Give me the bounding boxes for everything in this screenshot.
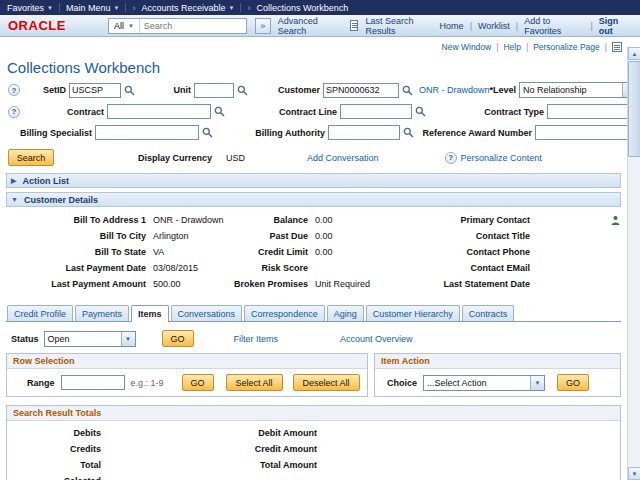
contract-type-field-group: Contract Type xyxy=(426,104,627,119)
status-go-button[interactable]: GO xyxy=(162,330,194,347)
chevron-down-icon: ▼ xyxy=(128,23,134,29)
contract-line-field-group: Contract Line xyxy=(251,104,426,119)
copy-url-icon[interactable] xyxy=(612,42,622,52)
customer-input[interactable] xyxy=(323,83,399,98)
billing-authority-input[interactable] xyxy=(328,125,400,140)
row-selection-title: Row Selection xyxy=(7,354,367,369)
chevron-down-icon: ▼ xyxy=(530,376,544,390)
unit-input[interactable] xyxy=(194,83,234,98)
account-overview-link[interactable]: Account Overview xyxy=(340,334,413,344)
collapse-arrow-icon[interactable]: ▼ xyxy=(11,196,18,203)
detail-value: Unit Required xyxy=(308,279,406,289)
tab-customer-hierarchy[interactable]: Customer Hierarchy xyxy=(366,305,460,321)
range-label: Range xyxy=(27,378,55,388)
range-go-button[interactable]: GO xyxy=(182,374,214,391)
search-submit-button[interactable]: » xyxy=(255,18,271,34)
item-action-go-button[interactable]: GO xyxy=(557,374,589,391)
tab-payments[interactable]: Payments xyxy=(75,305,129,321)
setid-input[interactable] xyxy=(69,83,121,98)
reference-award-input[interactable] xyxy=(535,125,627,140)
tab-credit-profile[interactable]: Credit Profile xyxy=(7,305,73,321)
breadcrumb-divider xyxy=(240,3,241,12)
scrollbar-thumb[interactable] xyxy=(628,61,640,157)
contract-type-label: Contract Type xyxy=(426,107,544,117)
search-scope-dropdown[interactable]: All ▼ xyxy=(109,19,140,33)
search-input[interactable] xyxy=(140,19,246,33)
new-window-link[interactable]: New Window xyxy=(442,42,492,52)
totals-label: Debits xyxy=(13,428,101,438)
totals-label: Selected xyxy=(13,476,101,480)
vertical-scrollbar[interactable]: ▲ ▼ xyxy=(627,47,640,480)
tab-conversations[interactable]: Conversations xyxy=(171,305,243,321)
breadcrumb-current-page: Collections Workbench xyxy=(256,3,348,13)
tab-contracts[interactable]: Contracts xyxy=(462,305,515,321)
detail-label: Contact Title xyxy=(406,231,530,241)
search-scope-value: All xyxy=(114,21,124,31)
help-icon[interactable]: ? xyxy=(8,106,20,118)
level-select[interactable]: No Relationship ▼ xyxy=(519,82,627,98)
personalize-content-link[interactable]: Personalize Content xyxy=(461,153,542,163)
scroll-down-icon[interactable]: ▼ xyxy=(628,467,640,480)
billing-specialist-input[interactable] xyxy=(95,125,199,140)
last-search-results-link[interactable]: Last Search Results xyxy=(365,16,439,36)
worklist-link[interactable]: Worklist xyxy=(478,21,510,31)
detail-label: Bill To State xyxy=(6,247,146,257)
scroll-up-icon[interactable]: ▲ xyxy=(628,47,640,60)
sign-out-link[interactable]: Sign out xyxy=(599,16,632,36)
customer-name-link[interactable]: ONR - Drawdown xyxy=(419,85,490,95)
lookup-magnifier-icon[interactable] xyxy=(214,106,225,117)
reference-award-label: Reference Award Number xyxy=(414,128,532,138)
lookup-magnifier-icon[interactable] xyxy=(237,85,248,96)
setid-field-group: SetID xyxy=(24,83,135,98)
customer-label: Customer xyxy=(268,85,320,95)
advanced-search-link[interactable]: Advanced Search xyxy=(278,16,343,36)
expand-arrow-icon[interactable]: ▶ xyxy=(11,177,16,185)
primary-contact-icon[interactable] xyxy=(610,215,621,226)
item-action-body: Choice ...Select Action ▼ GO xyxy=(375,369,620,396)
tab-correspondence[interactable]: Correspondence xyxy=(244,305,325,321)
display-currency-label: Display Currency xyxy=(138,153,212,163)
item-action-title: Item Action xyxy=(375,354,620,369)
choice-select[interactable]: ...Select Action ▼ xyxy=(423,375,545,391)
customer-details-title: Customer Details xyxy=(24,195,98,205)
customer-details-row: Bill To City Arlington Past Due 0.00 Con… xyxy=(6,228,621,244)
breadcrumb-accounts-receivable[interactable]: Accounts Receivable ▼ xyxy=(141,3,234,13)
action-list-section-header[interactable]: ▶ Action List xyxy=(6,173,621,188)
help-icon[interactable]: ? xyxy=(8,84,20,96)
home-link[interactable]: Home xyxy=(440,21,464,31)
detail-label: Last Payment Date xyxy=(6,263,146,273)
workbench-tabs: Credit Profile Payments Items Conversati… xyxy=(6,305,621,322)
header-bar: ORACLE All ▼ » Advanced Search Last Sear… xyxy=(0,15,640,37)
filter-items-link[interactable]: Filter Items xyxy=(234,334,279,344)
add-conversation-link[interactable]: Add Conversation xyxy=(307,153,379,163)
lookup-magnifier-icon[interactable] xyxy=(415,106,426,117)
status-select[interactable]: Open ▼ xyxy=(44,331,136,347)
deselect-all-button[interactable]: Deselect All xyxy=(293,374,360,391)
customer-details-section-header[interactable]: ▼ Customer Details xyxy=(6,192,621,207)
search-result-totals-title: Search Result Totals xyxy=(7,406,620,421)
select-all-button[interactable]: Select All xyxy=(226,374,283,391)
range-input[interactable] xyxy=(61,375,125,390)
search-button[interactable]: Search xyxy=(8,149,54,166)
breadcrumb-favorites[interactable]: Favorites ▼ xyxy=(7,3,53,13)
contract-type-input[interactable] xyxy=(547,104,627,119)
lookup-magnifier-icon[interactable] xyxy=(124,85,135,96)
tab-items[interactable]: Items xyxy=(131,305,169,322)
lookup-magnifier-icon[interactable] xyxy=(403,127,414,138)
tab-aging[interactable]: Aging xyxy=(327,305,364,321)
breadcrumb-main-menu[interactable]: Main Menu ▼ xyxy=(66,3,119,13)
lookup-magnifier-icon[interactable] xyxy=(402,85,413,96)
link-divider: | xyxy=(526,42,528,52)
page-content: New Window | Help | Personalize Page | C… xyxy=(0,37,627,480)
contract-input[interactable] xyxy=(107,104,211,119)
status-label: Status xyxy=(11,334,39,344)
add-to-favorites-link[interactable]: Add to Favorites xyxy=(524,16,584,36)
contract-line-input[interactable] xyxy=(340,104,412,119)
lookup-magnifier-icon[interactable] xyxy=(202,127,213,138)
help-icon[interactable]: ? xyxy=(445,152,457,164)
personalize-page-link[interactable]: Personalize Page xyxy=(533,42,600,52)
totals-row: Selected xyxy=(13,473,614,480)
detail-label: Contact Phone xyxy=(406,247,530,257)
help-link[interactable]: Help xyxy=(503,42,520,52)
breadcrumb-chevron-icon: › xyxy=(132,3,135,13)
